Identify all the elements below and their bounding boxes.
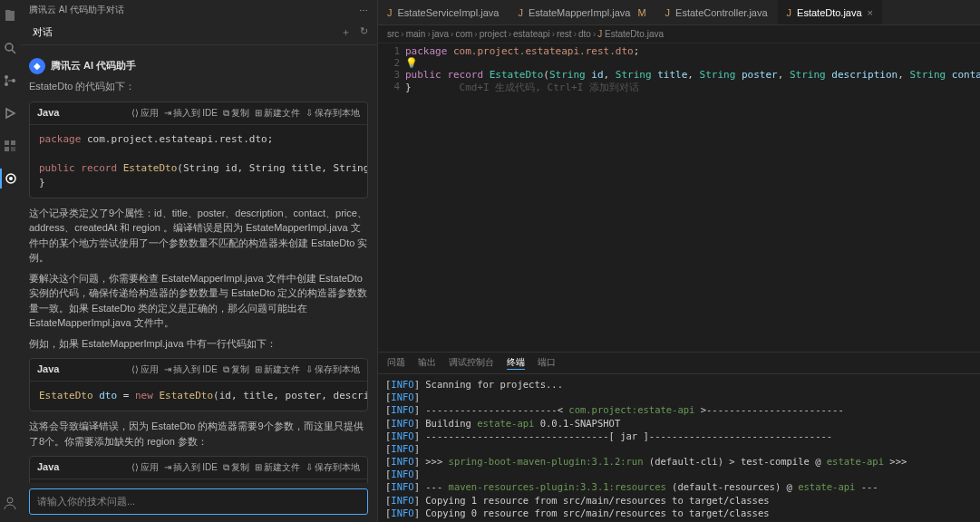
newfile-button[interactable]: ⊞ 新建文件 [255,363,300,377]
copy-button[interactable]: ⧉ 复制 [223,107,249,121]
code-editor[interactable]: 1234 package com.project.estateapi.rest.… [378,44,980,352]
save-button[interactable]: ⇩ 保存到本地 [306,107,360,121]
bottom-panel: 问题 输出 调试控制台 终端 端口 [INFO] Scanning for pr… [378,352,980,522]
svg-point-9 [9,177,13,180]
terminal-tabs: 问题 输出 调试控制台 终端 端口 [378,353,980,374]
new-chat-icon[interactable]: ＋ [341,25,351,39]
code-body-1: package com.project.estateapi.rest.dto; … [30,125,367,198]
debug-icon[interactable] [0,103,20,123]
svg-rect-6 [5,147,9,151]
apply-button[interactable]: ⟨⟩ 应用 [131,107,159,121]
extensions-icon[interactable] [0,136,20,156]
copy-button[interactable]: ⧉ 复制 [223,461,249,475]
code-card-1: Java ⟨⟩ 应用 ⇥ 插入到 IDE ⧉ 复制 ⊞ 新建文件 ⇩ 保存到本地… [29,102,368,198]
apply-button[interactable]: ⟨⟩ 应用 [131,363,159,377]
activity-bar [0,0,20,522]
tab-debug[interactable]: 调试控制台 [449,356,494,370]
panel-title: 腾讯云 AI 代码助手对话 [29,4,124,16]
tab-terminal[interactable]: 终端 [507,356,525,370]
ai-icon[interactable] [0,169,20,188]
explorer-icon[interactable] [0,5,20,25]
chat-tab[interactable]: 对话 [29,24,56,41]
history-icon[interactable]: ↻ [360,25,368,39]
explain-4: 这将会导致编译错误，因为 EstateDto 的构造器需要9个参数，而这里只提供… [29,419,368,449]
svg-point-2 [5,82,8,86]
close-tab-icon[interactable]: × [868,7,873,18]
tab-mapper[interactable]: JEstateMapperImpl.javaM [509,0,655,24]
explain-2: 要解决这个问题，你需要检查 EstateMapperImpl.java 文件中创… [29,271,368,331]
svg-point-10 [7,498,13,503]
insert-ide-button[interactable]: ⇥ 插入到 IDE [164,363,218,377]
scm-icon[interactable] [0,71,20,91]
copy-button[interactable]: ⧉ 复制 [223,363,249,377]
account-icon[interactable] [0,493,20,513]
save-button[interactable]: ⇩ 保存到本地 [306,461,360,475]
svg-point-0 [5,44,13,51]
tab-controller[interactable]: JEstateController.java [656,0,778,24]
explain-1: 这个记录类定义了9个属性：id、title、poster、description… [29,206,368,266]
tab-output[interactable]: 输出 [418,356,436,370]
ai-name: 腾讯云 AI 代码助手 [51,59,136,73]
code-area[interactable]: package com.project.estateapi.rest.dto; … [405,44,980,352]
svg-point-3 [12,79,15,82]
panel-more-icon[interactable]: ⋯ [359,5,368,15]
user-prompt: EstateDto 的代码如下： [29,80,368,94]
save-button[interactable]: ⇩ 保存到本地 [306,363,360,377]
svg-rect-7 [11,147,15,151]
tab-dto[interactable]: JEstateDto.java× [778,0,883,24]
svg-rect-4 [5,140,9,145]
newfile-button[interactable]: ⊞ 新建文件 [255,461,300,475]
newfile-button[interactable]: ⊞ 新建文件 [255,107,300,121]
ai-avatar: ◆ [29,58,45,74]
code-card-2: Java ⟨⟩ 应用 ⇥ 插入到 IDE ⧉ 复制 ⊞ 新建文件 ⇩ 保存到本地… [29,358,368,411]
editor-tabs: JEstateServiceImpl.java JEstateMapperImp… [378,0,980,25]
insert-ide-button[interactable]: ⇥ 插入到 IDE [164,461,218,475]
svg-rect-5 [11,140,15,145]
tab-service[interactable]: JEstateServiceImpl.java [378,0,509,24]
svg-point-1 [5,75,8,79]
tab-ports[interactable]: 端口 [538,356,556,370]
code-lang: Java [37,106,126,121]
insert-ide-button[interactable]: ⇥ 插入到 IDE [164,107,218,121]
gutter: 1234 [378,44,405,352]
explain-3: 例如，如果 EstateMapperImpl.java 中有一行代码如下： [29,336,368,352]
code-body-3: EstateDto dto = new EstateDto(id, title,… [30,479,367,483]
code-card-3: Java ⟨⟩ 应用 ⇥ 插入到 IDE ⧉ 复制 ⊞ 新建文件 ⇩ 保存到本地… [29,456,368,483]
code-body-2: EstateDto dto = new EstateDto(id, title,… [30,382,367,411]
ai-chat-panel: 腾讯云 AI 代码助手对话 ⋯ 对话 ＋ ↻ ◆ 腾讯云 AI 代码助手 Est… [20,0,378,522]
apply-button[interactable]: ⟨⟩ 应用 [131,461,159,475]
tab-problems[interactable]: 问题 [387,356,405,370]
chat-body: ◆ 腾讯云 AI 代码助手 EstateDto 的代码如下： Java ⟨⟩ 应… [20,45,377,483]
terminal-body[interactable]: [INFO] Scanning for projects...[INFO] [I… [378,374,980,522]
search-icon[interactable] [0,38,20,58]
breadcrumb[interactable]: src›main›java›com›project›estateapi›rest… [378,25,980,44]
chat-input[interactable]: 请输入你的技术问题... [29,488,368,515]
